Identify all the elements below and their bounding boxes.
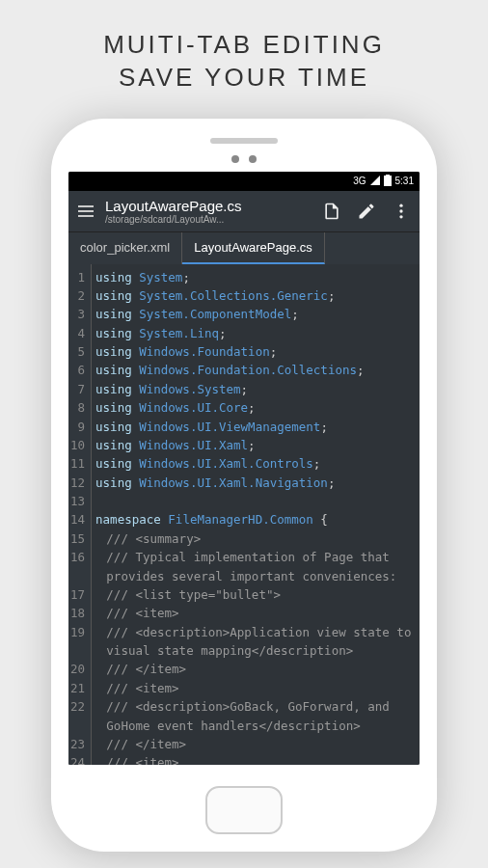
code-line: /// <description>Application view state … <box>95 623 416 641</box>
line-number-wrap <box>70 641 85 660</box>
svg-rect-0 <box>384 176 392 186</box>
line-number: 20 <box>70 660 85 678</box>
promo-line-1: MUITI-TAB EDITING <box>103 29 385 62</box>
code-line: /// <list type="bullet"> <box>95 585 416 604</box>
tab-1[interactable]: LayoutAwarePage.cs <box>182 232 325 264</box>
line-number: 13 <box>70 492 85 510</box>
code-line: using Windows.System; <box>95 380 416 398</box>
title-block: LayoutAwarePage.cs /storage/sdcard/Layou… <box>105 198 312 225</box>
code-line: /// </item> <box>95 660 416 678</box>
line-number: 18 <box>70 604 85 622</box>
line-number: 23 <box>70 735 85 753</box>
line-number: 17 <box>70 585 85 604</box>
network-label: 3G <box>353 176 366 186</box>
code-line: /// </item> <box>95 735 416 753</box>
line-gutter: 12345678910111213141516 171819 202122 23… <box>68 264 92 765</box>
edit-icon[interactable] <box>352 197 381 226</box>
signal-icon <box>370 176 380 187</box>
home-button[interactable] <box>205 786 283 834</box>
app-screen: 3G 5:31 LayoutAwarePage.cs /storage/sdca… <box>68 172 420 765</box>
phone-speaker <box>210 138 278 144</box>
code-line: /// <description>GoBack, GoForward, and <box>95 697 416 716</box>
file-title: LayoutAwarePage.cs <box>105 198 312 214</box>
phone-sensors <box>231 155 257 163</box>
code-line-wrap: provides several important conveniences: <box>95 567 416 585</box>
line-number: 4 <box>70 324 85 342</box>
status-bar: 3G 5:31 <box>68 172 420 191</box>
new-file-icon[interactable] <box>317 197 346 226</box>
code-line: using System.ComponentModel; <box>95 305 416 323</box>
code-editor[interactable]: 12345678910111213141516 171819 202122 23… <box>68 264 420 765</box>
promo-title: MUITI-TAB EDITING SAVE YOUR TIME <box>103 29 385 95</box>
code-line-wrap: visual state mapping</description> <box>95 641 416 660</box>
file-path: /storage/sdcard/LayoutAw... <box>105 214 312 225</box>
code-line: using Windows.UI.Xaml.Navigation; <box>95 474 416 492</box>
line-number: 7 <box>70 380 85 398</box>
code-line: /// <item> <box>95 679 416 697</box>
code-line: using Windows.Foundation.Collections; <box>95 361 416 379</box>
code-line: using Windows.UI.ViewManagement; <box>95 418 416 436</box>
code-line: /// <summary> <box>95 529 416 548</box>
line-number: 19 <box>70 623 85 641</box>
code-line: using System.Linq; <box>95 324 416 342</box>
line-number: 10 <box>70 436 85 454</box>
code-line: using System; <box>95 268 416 286</box>
code-line: using Windows.UI.Core; <box>95 398 416 417</box>
line-number: 6 <box>70 361 85 379</box>
line-number: 22 <box>70 697 85 716</box>
line-number: 15 <box>70 529 85 548</box>
code-line <box>95 492 416 510</box>
code-content[interactable]: using System;using System.Collections.Ge… <box>92 264 420 765</box>
menu-icon[interactable] <box>72 198 99 225</box>
line-number: 24 <box>70 753 85 764</box>
code-line: using System.Collections.Generic; <box>95 286 416 305</box>
tab-0[interactable]: color_picker.xml <box>68 232 182 264</box>
code-line: using Windows.Foundation; <box>95 342 416 361</box>
line-number: 5 <box>70 342 85 361</box>
line-number: 11 <box>70 454 85 473</box>
line-number: 3 <box>70 305 85 323</box>
line-number: 9 <box>70 418 85 436</box>
line-number: 14 <box>70 510 85 529</box>
svg-point-2 <box>399 203 402 206</box>
promo-line-2: SAVE YOUR TIME <box>103 62 385 95</box>
line-number: 21 <box>70 679 85 697</box>
line-number-wrap <box>70 717 85 735</box>
tab-bar: color_picker.xmlLayoutAwarePage.cs <box>68 231 420 264</box>
line-number: 8 <box>70 398 85 417</box>
app-bar: LayoutAwarePage.cs /storage/sdcard/Layou… <box>68 191 420 231</box>
code-line: using Windows.UI.Xaml.Controls; <box>95 454 416 473</box>
code-line: /// <item> <box>95 604 416 622</box>
line-number: 2 <box>70 286 85 305</box>
battery-icon <box>384 175 392 188</box>
code-line-wrap: GoHome event handlers</description> <box>95 717 416 735</box>
line-number: 1 <box>70 268 85 286</box>
svg-point-4 <box>399 215 402 218</box>
line-number: 12 <box>70 474 85 492</box>
overflow-icon[interactable] <box>387 197 416 226</box>
code-line: /// Typical implementation of Page that <box>95 548 416 566</box>
code-line: using Windows.UI.Xaml; <box>95 436 416 454</box>
svg-rect-1 <box>386 175 390 176</box>
clock: 5:31 <box>395 176 414 186</box>
line-number: 16 <box>70 548 85 566</box>
line-number-wrap <box>70 567 85 585</box>
code-line: /// <item> <box>95 753 416 764</box>
phone-frame: 3G 5:31 LayoutAwarePage.cs /storage/sdca… <box>51 119 437 852</box>
code-line: namespace FileManagerHD.Common { <box>95 510 416 529</box>
svg-point-3 <box>399 209 402 212</box>
